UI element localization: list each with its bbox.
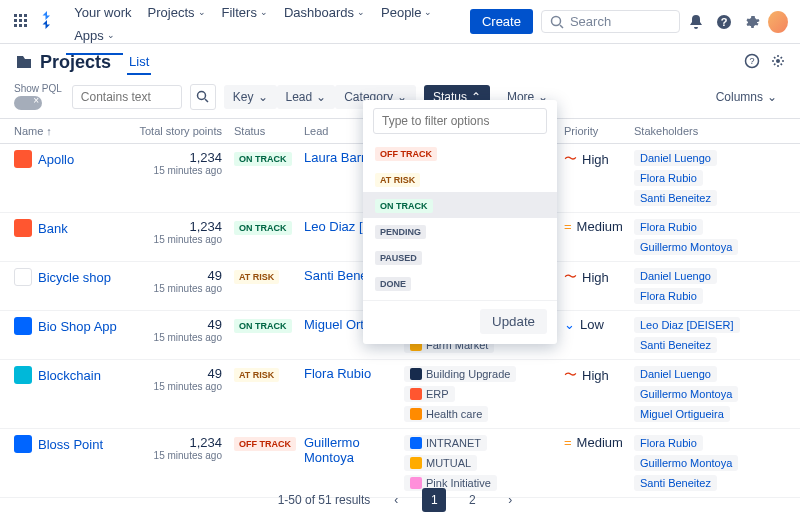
search-placeholder: Search [570, 14, 611, 29]
project-name-cell[interactable]: Apollo [14, 150, 124, 168]
stakeholder-chip[interactable]: Guillermo Montoya [634, 239, 738, 255]
create-button[interactable]: Create [470, 9, 533, 34]
lead-cell[interactable]: Flora Rubio [304, 366, 404, 381]
project-icon [14, 219, 32, 237]
child-project-chip[interactable]: MUTUAL [404, 455, 477, 471]
key-filter-button[interactable]: Key⌄ [224, 85, 277, 109]
status-update-button[interactable]: Update [480, 309, 547, 334]
stakeholders-cell: Leo Diaz [DEISER]Santi Beneitez [634, 317, 800, 353]
status-filter-input[interactable] [373, 108, 547, 134]
chevron-down-icon: ⌄ [767, 90, 777, 104]
user-avatar[interactable] [768, 11, 788, 33]
story-points-cell: 1,23415 minutes ago [124, 435, 234, 461]
stakeholder-chip[interactable]: Daniel Luengo [634, 366, 717, 382]
col-stakeholders[interactable]: Stakeholders [634, 125, 800, 137]
page-settings-icon[interactable] [770, 53, 786, 72]
nav-dashboards[interactable]: Dashboards⌄ [276, 1, 373, 24]
stakeholders-cell: Flora RubioGuillermo MontoyaSanti Beneit… [634, 435, 800, 491]
project-name-cell[interactable]: Blockchain [14, 366, 124, 384]
stakeholder-chip[interactable]: Flora Rubio [634, 219, 703, 235]
children-cell: Building UpgradeERPHealth care [404, 366, 564, 422]
project-name-cell[interactable]: Bank [14, 219, 124, 237]
sort-asc-icon: ↑ [46, 125, 52, 137]
stakeholder-chip[interactable]: Guillermo Montoya [634, 386, 738, 402]
stakeholder-chip[interactable]: Santi Beneitez [634, 337, 717, 353]
contains-text-input[interactable] [72, 85, 182, 109]
status-option-on-track[interactable]: ON TRACK [363, 192, 557, 218]
chevron-down-icon: ⌄ [316, 90, 326, 104]
svg-rect-6 [14, 24, 17, 27]
svg-rect-5 [24, 19, 27, 22]
stakeholder-chip[interactable]: Flora Rubio [634, 288, 703, 304]
col-name[interactable]: Name ↑ [14, 125, 124, 137]
stakeholder-chip[interactable]: Flora Rubio [634, 170, 703, 186]
status-cell: ON TRACK [234, 150, 304, 166]
chevron-down-icon: ⌄ [107, 30, 115, 40]
stakeholder-chip[interactable]: Santi Beneitez [634, 190, 717, 206]
child-project-chip[interactable]: ERP [404, 386, 455, 402]
global-search[interactable]: Search [541, 10, 680, 33]
priority-icon: 〜 [564, 268, 577, 286]
stakeholder-chip[interactable]: Guillermo Montoya [634, 455, 738, 471]
chevron-down-icon: ⌄ [424, 7, 432, 17]
col-priority[interactable]: Priority [564, 125, 634, 137]
page-help-icon[interactable]: ? [744, 53, 760, 72]
priority-cell: 〜High [564, 366, 634, 384]
notifications-icon[interactable] [684, 9, 708, 35]
col-points[interactable]: Total story points [124, 125, 234, 137]
chevron-down-icon: ⌄ [357, 7, 365, 17]
project-icon [14, 435, 32, 453]
columns-button[interactable]: Columns⌄ [707, 85, 786, 109]
svg-rect-7 [19, 24, 22, 27]
stakeholder-chip[interactable]: Miguel Ortigueira [634, 406, 730, 422]
page-2[interactable]: 2 [460, 488, 484, 512]
story-points-cell: 1,23415 minutes ago [124, 150, 234, 176]
status-option-at-risk[interactable]: AT RISK [363, 166, 557, 192]
projects-icon [14, 53, 34, 73]
settings-icon[interactable] [740, 9, 764, 35]
stakeholder-chip[interactable]: Daniel Luengo [634, 150, 717, 166]
nav-people[interactable]: People⌄ [373, 1, 440, 24]
chevron-down-icon: ⌄ [260, 7, 268, 17]
project-name-cell[interactable]: Bloss Point [14, 435, 124, 453]
status-cell: ON TRACK [234, 219, 304, 235]
nav-filters[interactable]: Filters⌄ [214, 1, 276, 24]
nav-projects[interactable]: Projects⌄ [140, 1, 214, 24]
lead-cell[interactable]: Guillermo Montoya [304, 435, 404, 465]
show-pql-toggle[interactable]: Show PQL [14, 83, 62, 110]
page-prev[interactable]: ‹ [384, 488, 408, 512]
stakeholder-chip[interactable]: Flora Rubio [634, 435, 703, 451]
priority-cell: 〜High [564, 150, 634, 168]
nav-apps[interactable]: Apps⌄ [66, 24, 123, 55]
chevron-down-icon: ⌄ [198, 7, 206, 17]
status-cell: AT RISK [234, 366, 304, 382]
stakeholder-chip[interactable]: Daniel Luengo [634, 268, 717, 284]
tab-list[interactable]: List [127, 50, 151, 75]
page-1[interactable]: 1 [422, 488, 446, 512]
lead-filter-button[interactable]: Lead⌄ [277, 85, 336, 109]
help-icon[interactable]: ? [712, 9, 736, 35]
filter-search-button[interactable] [190, 84, 216, 110]
project-name-cell[interactable]: Bicycle shop [14, 268, 124, 286]
svg-text:?: ? [749, 56, 754, 66]
status-option-done[interactable]: DONE [363, 270, 557, 296]
app-switcher-icon[interactable] [12, 11, 32, 33]
page-next[interactable]: › [498, 488, 522, 512]
child-project-chip[interactable]: INTRANET [404, 435, 487, 451]
svg-rect-4 [19, 19, 22, 22]
status-option-paused[interactable]: PAUSED [363, 244, 557, 270]
status-cell: AT RISK [234, 268, 304, 284]
priority-cell: 〜High [564, 268, 634, 286]
child-project-chip[interactable]: Health care [404, 406, 488, 422]
stakeholder-chip[interactable]: Leo Diaz [DEISER] [634, 317, 740, 333]
status-cell: OFF TRACK [234, 435, 304, 451]
project-name-cell[interactable]: Bio Shop App [14, 317, 124, 335]
col-status[interactable]: Status [234, 125, 304, 137]
status-option-pending[interactable]: PENDING [363, 218, 557, 244]
status-option-off-track[interactable]: OFF TRACK [363, 140, 557, 166]
nav-your-work[interactable]: Your work [66, 1, 139, 24]
child-project-chip[interactable]: Building Upgrade [404, 366, 516, 382]
project-icon [14, 366, 32, 384]
svg-rect-8 [24, 24, 27, 27]
jira-logo-icon[interactable] [38, 11, 56, 32]
